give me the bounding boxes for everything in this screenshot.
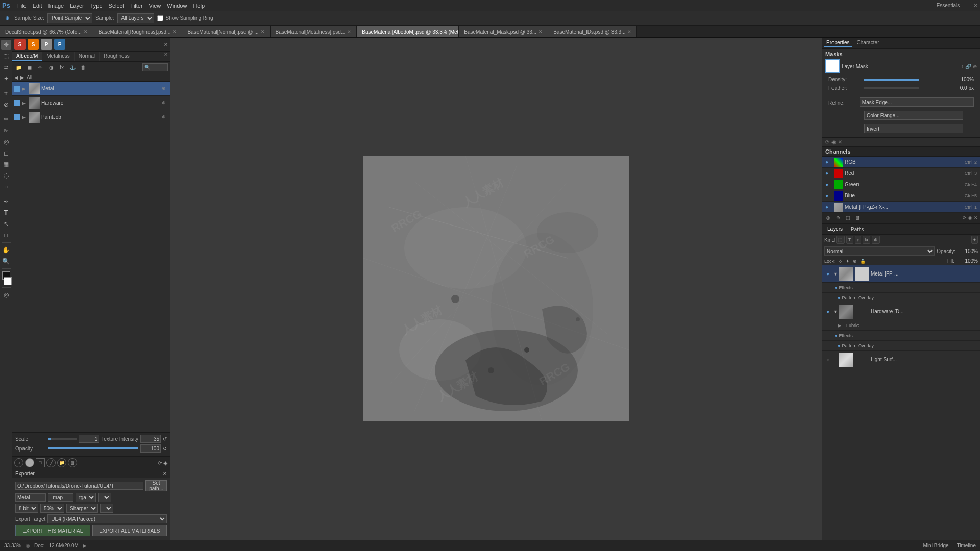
layer-metal-mask[interactable]: ⊕ [162,86,168,92]
exporter-close-icon[interactable]: ✕ [163,471,167,477]
mask-icon-add[interactable]: ⊕ [973,64,977,69]
substance-icon-4[interactable]: P [54,39,65,50]
exporter-collapse-icon[interactable]: – [158,471,161,477]
channel-green[interactable]: ● Green Ctrl+4 [822,179,980,190]
selection-tool[interactable]: ⬚ [1,51,11,61]
ps-layer-hardware[interactable]: ● ▼ Hardware [D... [822,303,980,320]
layers-panel-tab-paths[interactable]: Paths [849,226,866,233]
channels-new-btn[interactable]: ⬚ [844,214,852,222]
tab-close-roughness[interactable]: ✕ [173,29,177,34]
path-select-tool[interactable]: ↖ [1,219,11,229]
filter-fx-btn[interactable]: fx [863,236,870,244]
filter-adjustment-btn[interactable]: ↕ [855,236,862,244]
zoom-icon[interactable]: ◎ [26,543,30,548]
channels-extra-1[interactable]: ⟳ [963,215,967,220]
ps-effect-hardware-lubric[interactable]: ▶ Lubric... [822,320,980,331]
ps-effect-hw-eye[interactable]: ● [835,333,837,338]
layer-metal-visibility[interactable] [14,86,20,92]
ps-effect-hardware-pattern[interactable]: ● Pattern Overlay [822,341,980,351]
material-name-input[interactable] [15,493,46,502]
panel-close-btn[interactable]: ✕ [164,42,168,47]
channels-extra-2[interactable]: ◉ [968,215,972,220]
tab-normal[interactable]: Normal [75,52,100,61]
add-fill-btn[interactable]: ◼ [25,63,34,72]
lock-image-icon[interactable]: ✦ [846,259,850,264]
feather-slider[interactable] [864,87,919,89]
ps-layer-metal[interactable]: ● ▼ Metal [FP-... [822,265,980,283]
lock-all-icon[interactable]: 🔒 [860,259,866,264]
size-select[interactable]: 50% [40,504,64,513]
scale-slider[interactable] [48,438,77,440]
menu-image[interactable]: Image [45,0,67,11]
ps-layer-hardware-eye[interactable]: ● [824,308,831,315]
brush-circle-btn[interactable]: ○ [14,458,23,467]
tab-close-decalsheet[interactable]: ✕ [84,29,88,34]
pen-tool[interactable]: ✒ [1,196,11,207]
tab-close-ids[interactable]: ✕ [627,29,631,34]
scale-input[interactable]: 1 [79,435,99,443]
doc-arrow-icon[interactable]: ▶ [83,543,87,548]
tab-metalness[interactable]: BaseMaterial[Metalness].psd... ✕ [271,26,357,37]
ps-layer-metal-expand[interactable]: ▼ [833,271,837,277]
brush-square-btn[interactable]: □ [36,458,45,467]
mask-icon-arrows[interactable]: ↕ [961,64,964,69]
search-box[interactable]: 🔍 [142,63,168,71]
sample-select[interactable]: All Layers [117,13,154,23]
format-select[interactable]: tga [76,493,96,502]
dodge-tool[interactable]: ○ [1,182,11,192]
channel-special[interactable]: ● Metal [FP-gZ-nX-... Ctrl+1 [822,202,980,213]
add-paint-btn[interactable]: ✏ [36,63,45,72]
zoom-tool[interactable]: 🔍 [1,256,11,266]
layer-paintjob[interactable]: ▶ PaintJob ⊕ [12,110,170,124]
format-select2[interactable] [98,493,111,502]
character-tab[interactable]: Character [855,39,881,47]
properties-tab[interactable]: Properties [824,39,852,47]
density-slider[interactable] [864,79,919,81]
bit-depth-select[interactable]: 8 bit [15,504,38,513]
brush-tool[interactable]: ✏ [1,114,11,124]
add-anchor-btn[interactable]: ⚓ [68,63,77,72]
menu-layer[interactable]: Layer [67,0,87,11]
refresh-icon[interactable]: ↺ [163,436,167,442]
background-color[interactable] [4,277,12,285]
prop-icon-3[interactable]: ✕ [838,139,842,145]
eyedropper-tool[interactable]: ⊘ [1,99,11,110]
ps-effect-metal-pattern-eye[interactable]: ● [838,295,840,300]
blend-mode-select[interactable]: Normal [824,246,935,256]
channels-load-btn[interactable]: ◎ [824,214,832,222]
ps-layer-lightsurf-eye[interactable]: ● [824,356,831,363]
tab-metalness[interactable]: Metalness [42,52,75,61]
tab-roughness[interactable]: BaseMaterial[Roughness].psd... ✕ [93,26,183,37]
brush-folder-btn[interactable]: 📁 [57,458,66,467]
ps-effect-metal-eye[interactable]: ● [835,285,837,290]
layer-paintjob-expand[interactable]: ▶ [22,115,27,120]
ps-effect-hw-pattern-eye[interactable]: ● [838,343,840,348]
prop-icon-2[interactable]: ◉ [831,139,836,145]
magic-wand-tool[interactable]: ✦ [1,73,11,84]
nav-back-btn[interactable]: ◀ [14,74,18,80]
layer-hardware-expand[interactable]: ▶ [22,101,27,106]
nav-forward-btn[interactable]: ▶ [20,74,24,80]
channels-extra-3[interactable]: ✕ [974,215,978,220]
menu-select[interactable]: Select [106,0,128,11]
filter-smart-btn[interactable]: ⊕ [872,236,880,244]
close-btn[interactable]: ✕ [973,2,978,9]
layers-panel-tab-layers[interactable]: Layers [825,225,845,233]
brush-dot-btn[interactable]: ● [25,458,34,467]
ps-lubric-expand[interactable]: ▶ [838,323,845,328]
minimize-btn[interactable]: – [963,2,966,9]
lock-position-icon[interactable]: ⊕ [853,259,857,264]
opacity-refresh-icon[interactable]: ↺ [163,446,167,452]
panel-settings-btn[interactable]: ✕ [162,52,170,61]
hand-tool[interactable]: ✋ [1,245,11,255]
channels-delete-btn[interactable]: 🗑 [853,214,862,222]
layer-hardware-visibility[interactable] [14,100,20,106]
channel-rgb-eye[interactable]: ● [825,159,831,165]
add-folder-btn[interactable]: 📁 [14,63,23,72]
timeline-tab[interactable]: Timeline [957,543,976,548]
mask-edge-btn[interactable]: Mask Edge... [860,97,974,107]
export-target-select[interactable]: UE4 (RMA Packed) [47,514,167,523]
clone-tool[interactable]: ✁ [1,126,11,136]
gradient-tool[interactable]: ▦ [1,159,11,169]
tab-close-normal[interactable]: ✕ [261,29,265,34]
